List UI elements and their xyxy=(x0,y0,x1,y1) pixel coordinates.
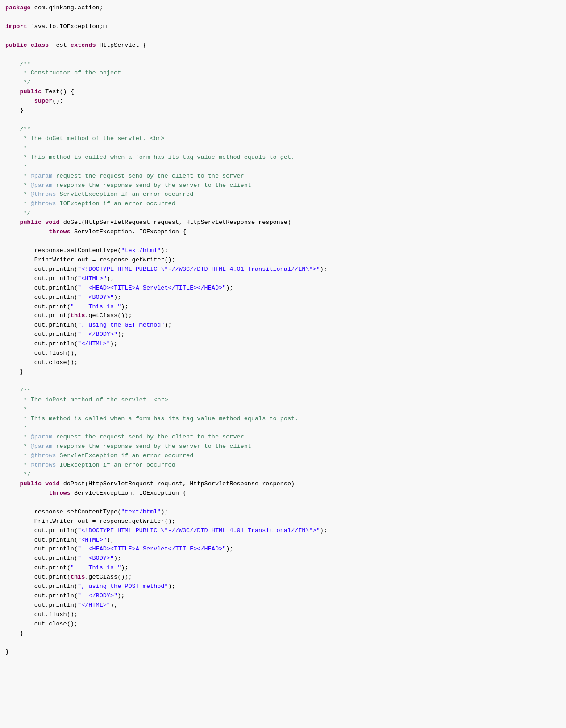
code-line-37: out.println("</HTML>"); xyxy=(0,339,566,349)
code-line-20: * @param response the response send by t… xyxy=(0,181,566,190)
code-line-56: PrintWriter out = response.getWriter(); xyxy=(0,517,566,526)
code-line-57: out.println("<!DOCTYPE HTML PUBLIC \"-//… xyxy=(0,526,566,536)
code-line-49: * @throws ServletException if an error o… xyxy=(0,451,566,461)
code-line-64: out.println(" </BODY>"); xyxy=(0,592,566,601)
code-line-62: out.print(this.getClass()); xyxy=(0,573,566,582)
code-viewer: package com.qinkang.action; import java.… xyxy=(0,0,566,728)
code-line-14: /** xyxy=(0,125,566,134)
code-line-33: out.print(" This is "); xyxy=(0,302,566,312)
code-line-45: * This method is called when a form has … xyxy=(0,414,566,424)
code-line-6 xyxy=(0,50,566,60)
code-line-67: out.close(); xyxy=(0,620,566,629)
code-line-69 xyxy=(0,638,566,648)
code-line-34: out.print(this.getClass()); xyxy=(0,311,566,321)
code-line-53: throws ServletException, IOException { xyxy=(0,489,566,498)
code-line-4 xyxy=(0,32,566,41)
keyword-package: package xyxy=(5,4,31,13)
code-line-66: out.flush(); xyxy=(0,610,566,620)
code-line-55: response.setContentType("text/html"); xyxy=(0,508,566,517)
code-line-44: * xyxy=(0,405,566,414)
code-line-21: * @throws ServletException if an error o… xyxy=(0,190,566,199)
code-line-19: * @param request the request send by the… xyxy=(0,172,566,181)
code-line-17: * This method is called when a form has … xyxy=(0,153,566,162)
code-line-59: out.println(" <HEAD><TITLE>A Servlet</TI… xyxy=(0,545,566,554)
code-line-29: out.println("<!DOCTYPE HTML PUBLIC \"-//… xyxy=(0,265,566,274)
code-line-9: */ xyxy=(0,78,566,87)
code-line-18: * xyxy=(0,162,566,172)
code-line-51: */ xyxy=(0,470,566,480)
code-line-23: */ xyxy=(0,209,566,218)
code-line-11: super(); xyxy=(0,97,566,106)
code-line-70: } xyxy=(0,648,566,657)
code-line-5: public class Test extends HttpServlet { xyxy=(0,41,566,50)
code-line-46: * xyxy=(0,423,566,433)
code-line-15: * The doGet method of the servlet. <br> xyxy=(0,134,566,144)
code-line-10: public Test() { xyxy=(0,87,566,97)
code-line-31: out.println(" <HEAD><TITLE>A Servlet</TI… xyxy=(0,284,566,293)
code-line-1: package com.qinkang.action; xyxy=(0,4,566,13)
code-line-61: out.print(" This is "); xyxy=(0,563,566,573)
code-line-48: * @param response the response send by t… xyxy=(0,442,566,451)
code-line-47: * @param request the request send by the… xyxy=(0,433,566,442)
code-line-24: public void doGet(HttpServletRequest req… xyxy=(0,218,566,228)
code-line-63: out.println(", using the POST method"); xyxy=(0,582,566,592)
code-line-7: /** xyxy=(0,60,566,69)
code-line-25: throws ServletException, IOException { xyxy=(0,228,566,237)
code-line-60: out.println(" <BODY>"); xyxy=(0,554,566,563)
code-line-2 xyxy=(0,13,566,22)
code-line-22: * @throws IOException if an error occurr… xyxy=(0,199,566,209)
code-line-65: out.println("</HTML>"); xyxy=(0,601,566,610)
code-line-40: } xyxy=(0,368,566,377)
code-line-36: out.println(" </BODY>"); xyxy=(0,330,566,339)
code-line-38: out.flush(); xyxy=(0,349,566,358)
code-line-13 xyxy=(0,116,566,125)
code-line-30: out.println("<HTML>"); xyxy=(0,274,566,284)
code-line-58: out.println("<HTML>"); xyxy=(0,536,566,545)
code-line-39: out.close(); xyxy=(0,358,566,368)
code-line-27: response.setContentType("text/html"); xyxy=(0,246,566,256)
code-line-16: * xyxy=(0,144,566,153)
code-line-8: * Constructor of the object. xyxy=(0,69,566,78)
code-line-32: out.println(" <BODY>"); xyxy=(0,293,566,302)
code-line-68: } xyxy=(0,629,566,638)
code-line-26 xyxy=(0,237,566,246)
code-line-12: } xyxy=(0,106,566,116)
code-line-42: /** xyxy=(0,386,566,396)
code-line-52: public void doPost(HttpServletRequest re… xyxy=(0,480,566,489)
code-line-50: * @throws IOException if an error occurr… xyxy=(0,461,566,470)
code-line-28: PrintWriter out = response.getWriter(); xyxy=(0,256,566,265)
code-line-35: out.println(", using the GET method"); xyxy=(0,321,566,330)
code-line-54 xyxy=(0,498,566,508)
code-line-3: import java.io.IOException;□ xyxy=(0,22,566,32)
code-line-43: * The doPost method of the servlet. <br> xyxy=(0,396,566,405)
code-line-41 xyxy=(0,377,566,386)
